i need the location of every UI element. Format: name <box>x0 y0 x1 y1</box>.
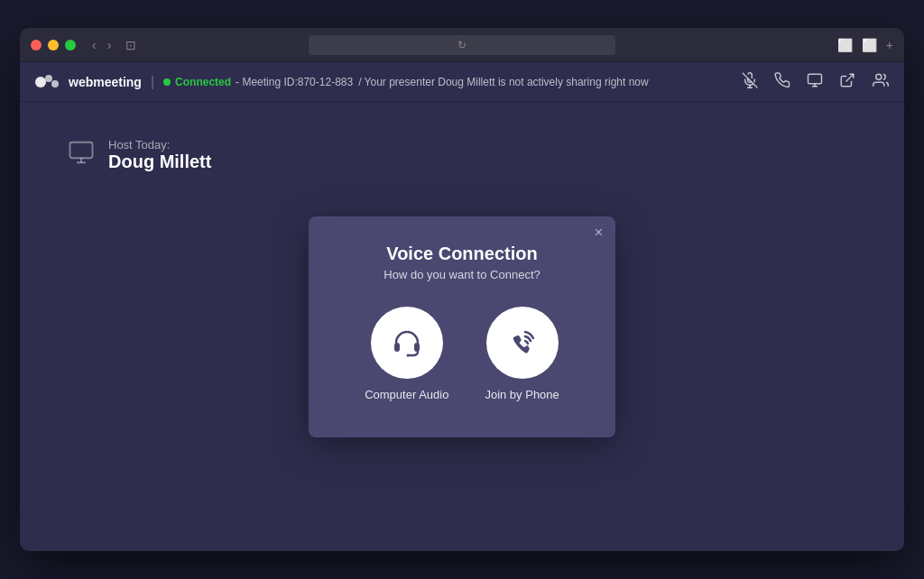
join-by-phone-circle[interactable] <box>486 307 559 379</box>
monitor-icon[interactable] <box>807 72 823 92</box>
add-tab-icon[interactable]: + <box>886 38 893 52</box>
refresh-icon: ↻ <box>457 39 467 51</box>
logo-area: webmeeting <box>34 73 142 91</box>
svg-rect-14 <box>394 343 400 352</box>
svg-point-0 <box>35 77 46 87</box>
computer-audio-circle[interactable] <box>371 307 443 379</box>
modal-close-button[interactable]: × <box>595 225 603 240</box>
duplicate-icon[interactable]: ⬜ <box>862 38 877 52</box>
connection-status: Connected - Meeting ID:870-12-883 <box>163 76 353 88</box>
participants-icon[interactable] <box>872 72 890 92</box>
app-header: webmeeting | Connected - Meeting ID:870-… <box>20 62 904 102</box>
phone-icon[interactable] <box>774 72 790 92</box>
modal-overlay: × Voice Connection How do you want to Co… <box>20 102 904 551</box>
join-by-phone-option[interactable]: Join by Phone <box>485 307 559 401</box>
svg-rect-6 <box>808 74 822 84</box>
traffic-lights <box>31 40 76 51</box>
svg-point-16 <box>406 354 409 356</box>
forward-button[interactable]: › <box>104 36 116 54</box>
back-button[interactable]: ‹ <box>88 36 100 54</box>
modal-options: Computer Audio Join by Phone <box>345 307 579 401</box>
status-text: Connected <box>175 76 231 88</box>
svg-point-2 <box>51 80 59 87</box>
logo-text: webmeeting <box>69 75 142 89</box>
nav-buttons: ‹ › <box>88 36 115 54</box>
external-link-icon[interactable] <box>839 72 855 92</box>
svg-point-10 <box>876 74 882 79</box>
fullscreen-button[interactable]: ⊡ <box>122 36 140 54</box>
voice-connection-modal: × Voice Connection How do you want to Co… <box>309 216 615 437</box>
phone-wave-icon <box>503 323 542 363</box>
main-content: Host Today: Doug Millett × Voice Connect… <box>20 102 904 551</box>
close-button[interactable] <box>31 40 42 51</box>
logo <box>34 73 61 91</box>
header-divider: | <box>151 74 154 90</box>
mute-microphone-icon[interactable] <box>742 72 758 92</box>
svg-rect-15 <box>414 343 420 352</box>
zoom-button[interactable] <box>65 40 76 51</box>
title-bar: ‹ › ⊡ ↻ ⬜ ⬜ + <box>20 28 904 62</box>
logo-icon <box>34 73 61 91</box>
join-by-phone-label: Join by Phone <box>485 388 559 401</box>
share-icon[interactable]: ⬜ <box>837 38 853 52</box>
status-dot <box>163 78 171 86</box>
computer-audio-option[interactable]: Computer Audio <box>365 307 448 401</box>
computer-audio-label: Computer Audio <box>365 388 448 401</box>
svg-point-1 <box>45 75 52 82</box>
header-actions <box>742 72 890 92</box>
svg-line-9 <box>846 74 854 81</box>
modal-title: Voice Connection <box>345 244 579 264</box>
meeting-id: - Meeting ID:870-12-883 <box>236 76 353 88</box>
window-controls-right: ⬜ ⬜ + <box>837 38 893 52</box>
minimize-button[interactable] <box>48 40 59 51</box>
headphones-icon <box>387 323 427 363</box>
address-bar[interactable]: ↻ <box>309 35 615 55</box>
presenter-info: / Your presenter Doug Millett is not act… <box>358 76 649 88</box>
modal-subtitle: How do you want to Connect? <box>345 268 579 281</box>
